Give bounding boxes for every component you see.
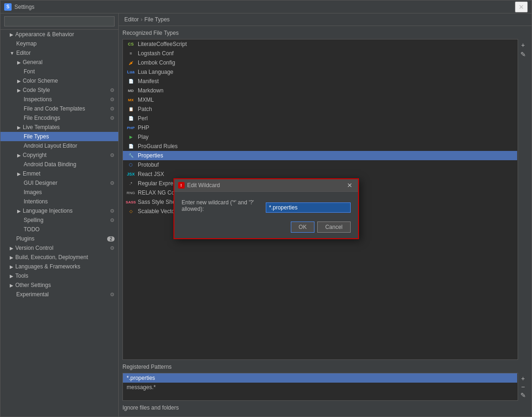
- dialog-overlay: ! Edit Wildcard ✕ Enter new wildcard ('*…: [0, 0, 532, 417]
- dialog-wildcard-input[interactable]: [266, 202, 350, 213]
- dialog-buttons: OK Cancel: [174, 222, 358, 238]
- dialog-icon: !: [178, 182, 185, 189]
- dialog-cancel-button[interactable]: Cancel: [317, 222, 350, 233]
- dialog-close-button[interactable]: ✕: [345, 182, 354, 189]
- dialog-input-row: Enter new wildcard ('*' and '?' allowed)…: [182, 199, 351, 216]
- dialog-label: Enter new wildcard ('*' and '?' allowed)…: [182, 199, 261, 212]
- dialog-ok-button[interactable]: OK: [291, 222, 314, 233]
- dialog-body: Enter new wildcard ('*' and '?' allowed)…: [174, 192, 358, 222]
- dialog-title: Edit Wildcard: [187, 182, 345, 189]
- dialog-title-bar: ! Edit Wildcard ✕: [174, 179, 358, 192]
- edit-wildcard-dialog: ! Edit Wildcard ✕ Enter new wildcard ('*…: [173, 178, 359, 239]
